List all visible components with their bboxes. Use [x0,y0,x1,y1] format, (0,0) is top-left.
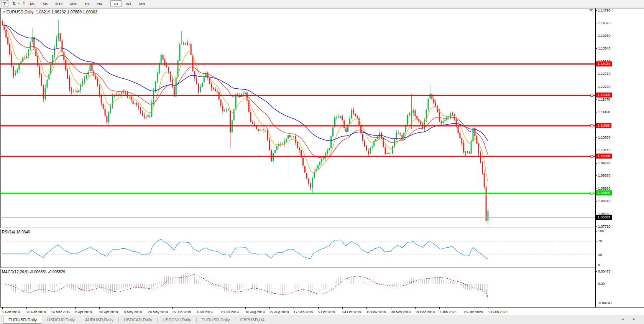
candle-body [172,80,173,87]
level-handle[interactable] [591,125,593,127]
candle-body [375,139,376,141]
candle-body [60,33,61,41]
date-tick-mark [318,307,319,309]
sort-arrows-icon[interactable]: ⇅ [12,1,16,6]
axis-tick-label: 1.08540 [598,199,611,203]
candle-body [351,110,352,118]
candle-body [379,133,380,137]
level-handle[interactable] [591,94,593,96]
date-label: 28 May 2019 [148,310,168,314]
timeframe-button-d1[interactable]: D1 [110,0,122,7]
candle-body [61,41,62,53]
candle-body [189,44,190,44]
tab-audusd-daily[interactable]: AUDUSD,Daily [80,316,118,323]
axis-tick-mark [595,99,597,100]
axis-tick-mark [595,112,597,112]
chevron-down-icon[interactable]: ▼ [18,2,20,5]
timeframe-button-h4[interactable]: H4 [94,0,105,7]
window-menu-icon[interactable]: ▼ [3,11,5,13]
chart-shift-marker-icon[interactable] [589,9,593,12]
candle-body [345,129,347,132]
candle-body [273,153,274,161]
level-price-tag: 1.13034 [596,61,612,66]
candle-body [187,43,188,45]
level-handle[interactable] [591,192,593,194]
tab-usdchf-daily[interactable]: USDCHF,Daily [42,316,80,323]
tab-gbpusd-h4[interactable]: GBPUSD,H4 [235,316,270,323]
chart-window[interactable]: ▼ EURUSD,Daily 1.08219 1.08232 1.07888 1… [0,8,644,315]
text-tool-button[interactable]: T [1,0,8,7]
pane-separator[interactable] [0,268,595,269]
date-tick-mark [2,307,3,309]
chart-tab-bar: EURUSD,DailyUSDCHF,DailyAUDUSD,DailyUSDC… [0,315,644,324]
candle-body [450,114,451,117]
timeframe-button-m5[interactable]: M5 [39,0,51,7]
axis-tick-mark [595,150,597,150]
candle-body [133,101,134,104]
candle-body [429,94,430,99]
tab-eurusd-daily[interactable]: EURUSD,Daily [3,316,42,324]
pane-separator[interactable] [0,228,595,229]
candle-body [48,74,49,79]
candle-body [43,85,44,99]
main-price-chart[interactable] [0,8,595,228]
timeframe-button-w1[interactable]: W1 [123,0,135,7]
rsi-pane[interactable] [0,229,595,268]
candle-body [146,117,147,118]
date-label: 19 Dec 2019 [415,310,435,314]
candle-body [289,135,291,137]
date-tick-mark [415,307,416,309]
candle-body [293,136,294,137]
date-tick-mark [342,307,343,309]
axis-tick-mark [595,163,597,164]
candle-body [297,142,298,147]
candle-body [399,134,401,135]
axis-tick-mark [595,214,597,214]
date-tick-mark [124,307,124,309]
candle-body [110,106,111,112]
level-handle[interactable] [591,155,593,157]
candle-body [364,141,365,146]
date-label: 5 Oct 2019 [318,310,335,314]
timeframe-button-h1[interactable]: H1 [82,0,93,7]
candle-body [245,93,246,94]
ma-slow-line[interactable] [2,25,488,141]
timeframe-button-m30[interactable]: M30 [67,0,80,7]
toolbar-grip[interactable] [23,1,25,6]
ma-fast-line[interactable] [2,25,488,182]
timeframe-button-m15[interactable]: M15 [52,0,66,7]
candle-body [168,67,169,72]
candle-body [228,109,229,110]
candle-body [371,146,373,148]
candle-body [398,133,399,134]
axis-tick-label: 1.13960 [598,34,611,38]
candle-body [478,143,479,153]
timeframe-button-mn[interactable]: MN [136,0,148,7]
candle-body [480,153,481,162]
candle-body [127,92,128,97]
tab-usdcad-daily[interactable]: USDCAD,Daily [119,316,157,323]
candle-body [153,91,154,102]
candle-body [41,75,42,86]
axis-tick-mark [595,226,597,227]
macd-pane[interactable] [0,269,595,307]
candle-body [134,103,135,104]
candle-body [358,118,360,125]
candle-body [73,91,74,91]
axis-tick-label: 1.12710 [598,72,611,76]
axis-tick-mark [595,303,597,303]
date-label: 29 Aug 2019 [269,310,289,314]
candle-body [16,69,18,73]
date-label: 15 Jun 2019 [172,310,191,314]
candle-body [486,187,487,221]
candle-body [321,159,322,162]
tab-eurusd-daily[interactable]: EURUSD,Daily [197,316,235,323]
date-tick-mark [197,307,197,309]
candle-body [377,137,378,139]
tab-scroll-arrows[interactable]: ◄ ► [621,317,639,321]
candle-body [441,121,442,123]
timeframe-button-m1[interactable]: M1 [26,0,38,7]
macd-axis-label: 0.00 [598,282,605,286]
macd-label: MACD(12,26,9) -0.006851 -0.005529 [2,270,65,274]
tab-usdcnh-daily[interactable]: USDCNH,Daily [158,316,196,323]
